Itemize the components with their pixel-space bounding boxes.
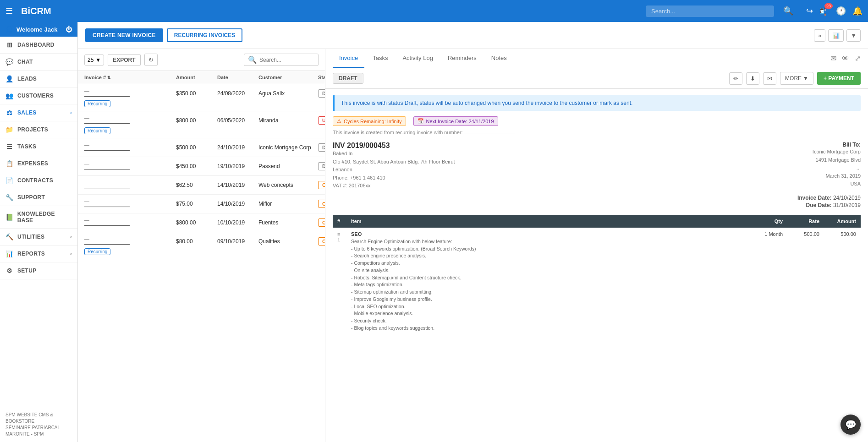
next-invoice-date-text: Next Invoice Date: 24/11/2019	[426, 119, 494, 124]
sidebar-item-sales[interactable]: ⚖ SALES ‹	[0, 104, 77, 121]
invoice-num-2: —	[84, 115, 176, 120]
count-select[interactable]: 25 ▼	[84, 55, 104, 65]
table-row[interactable]: — ————————— $350.00 24/08/2020 Agua Sali…	[78, 84, 325, 111]
invoice-list-panel: 25 ▼ EXPORT ↻ 🔍 Invoice # ⇅ Amount Date …	[78, 49, 325, 442]
col-status: Status	[318, 75, 325, 80]
expand-icon-btn[interactable]: »	[814, 29, 825, 42]
reports-arrow: ‹	[70, 251, 72, 256]
sidebar-item-label: CHAT	[17, 59, 33, 65]
chart-icon-btn[interactable]: 📊	[828, 29, 844, 42]
sidebar-item-knowledge-base[interactable]: 📗 KNOWLEDGE BASE	[0, 206, 77, 229]
sidebar-item-customers[interactable]: 👥 CUSTOMERS	[0, 87, 77, 104]
sidebar-footer: SPM WEBSITE CMS & BOOKSTORE SÉMINAIRE PA…	[0, 407, 77, 442]
chat-bubble[interactable]: 💬	[841, 415, 861, 435]
user-icon: 👤	[5, 26, 13, 33]
invoice-id-6: —————————	[84, 204, 176, 209]
more-button[interactable]: MORE ▼	[780, 72, 813, 85]
item-amount-1: 500.00	[824, 228, 861, 336]
sidebar-item-projects[interactable]: 📁 PROJECTS	[0, 121, 77, 138]
sidebar-item-label: CONTRACTS	[17, 177, 53, 184]
sidebar-item-utilities[interactable]: 🔨 UTILITIES ‹	[0, 229, 77, 246]
table-row[interactable]: — ————————— $75.00 14/10/2019 Miflor OVE…	[78, 195, 325, 213]
menu-icon[interactable]: ☰	[5, 6, 13, 16]
invoice-date-5: 14/10/2019	[217, 182, 258, 188]
sidebar-item-label: SALES	[17, 109, 37, 116]
tab-notes[interactable]: Notes	[485, 49, 513, 68]
recurring-invoices-button[interactable]: RECURRING INVOICES	[167, 28, 242, 42]
sidebar-item-dashboard[interactable]: ⊞ DASHBOARD	[0, 37, 77, 54]
table-row[interactable]: — ————————— $500.00 24/10/2019 Iconic Mo…	[78, 138, 325, 157]
tab-invoice[interactable]: Invoice	[333, 49, 364, 68]
refresh-button[interactable]: ↻	[144, 54, 158, 66]
download-icon-btn[interactable]: ⬇	[746, 72, 759, 85]
send-email-icon-btn[interactable]: ✉	[763, 72, 776, 85]
chat-icon: 💬	[5, 58, 14, 65]
search-icon[interactable]: 🔍	[783, 6, 793, 16]
col-date: Date	[217, 75, 258, 80]
expand-icon[interactable]: ⤢	[855, 54, 861, 63]
invoice-status-1: DRAFT	[318, 89, 325, 98]
from-company: Baked In	[333, 150, 455, 158]
cycles-remaining-text: Cycles Remaining: Infinity	[344, 119, 402, 124]
table-row[interactable]: — ————————— $62.50 14/10/2019 Web concep…	[78, 176, 325, 195]
global-search-input[interactable]	[646, 5, 774, 17]
tab-reminders[interactable]: Reminders	[441, 49, 483, 68]
to-line4: USA	[813, 180, 861, 188]
export-button[interactable]: EXPORT	[108, 54, 140, 66]
sidebar-item-label: TASKS	[17, 143, 36, 150]
user-name: Welcome Jack	[16, 26, 57, 33]
sidebar-item-setup[interactable]: ⚙ SETUP	[0, 262, 77, 279]
setup-icon: ⚙	[5, 267, 14, 274]
calendar-icon: 📅	[418, 118, 424, 124]
invoice-num-6: —	[84, 198, 176, 204]
table-row[interactable]: — ————————— $80.00 09/10/2019 Qualities …	[78, 232, 325, 259]
invoice-amount-7: $800.00	[176, 219, 217, 226]
table-row[interactable]: — ————————— $800.00 10/10/2019 Fuentes O…	[78, 213, 325, 232]
invoice-status-5: OVERDUE	[318, 181, 325, 189]
due-date-row: Due Date: 31/10/2019	[333, 202, 861, 208]
sidebar-item-reports[interactable]: 📊 REPORTS ‹	[0, 246, 77, 262]
table-row[interactable]: — ————————— $450.00 19/10/2019 Passend D…	[78, 157, 325, 176]
create-invoice-button[interactable]: CREATE NEW INVOICE	[85, 28, 163, 42]
eye-icon[interactable]: 👁	[842, 55, 849, 63]
invoice-customer-8: Qualities	[258, 238, 318, 245]
invoice-table: — ————————— $350.00 24/08/2020 Agua Sali…	[78, 84, 325, 442]
invoice-id-4: —————————	[84, 166, 176, 172]
filter-icon-btn[interactable]: ▼	[846, 29, 861, 42]
edit-icon-btn[interactable]: ✏	[729, 72, 742, 85]
app-brand: BiCRM	[21, 6, 641, 16]
invoice-customer-3: Iconic Mortgage Corp	[258, 144, 318, 151]
invoice-to-info: Iconic Mortgage Corp 1491 Mortgage Blvd …	[813, 148, 861, 188]
clock-icon[interactable]: 🕐	[836, 6, 846, 16]
sidebar-item-expenses[interactable]: 📋 EXPENSES	[0, 155, 77, 172]
invoice-id-1: —————————	[84, 93, 176, 99]
payment-button[interactable]: + PAYMENT	[817, 72, 861, 85]
sidebar-item-contracts[interactable]: 📄 CONTRACTS	[0, 172, 77, 189]
notifications-icon[interactable]: 📬 23	[819, 6, 830, 16]
to-address1: 1491 Mortgage Blvd	[813, 156, 861, 164]
power-icon[interactable]: ⏻	[66, 26, 72, 33]
sidebar-item-chat[interactable]: 💬 CHAT	[0, 54, 77, 71]
sidebar-item-support[interactable]: 🔧 SUPPORT	[0, 189, 77, 206]
sidebar-item-leads[interactable]: 👤 LEADS	[0, 71, 77, 87]
tab-activity-log[interactable]: Activity Log	[396, 49, 439, 68]
info-banner: This invoice is with status Draft, statu…	[333, 95, 861, 111]
cycle-warning-icon: ⚠	[337, 118, 341, 124]
list-search-input[interactable]	[259, 57, 314, 63]
sidebar-item-tasks[interactable]: ☰ TASKS	[0, 138, 77, 155]
invoice-id-8: —————————	[84, 241, 176, 247]
item-rate-1: 500.00	[787, 228, 824, 336]
email-icon[interactable]: ✉	[830, 54, 836, 63]
table-row[interactable]: — ————————— $800.00 06/05/2020 Miranda U…	[78, 111, 325, 138]
cycles-remaining-badge: ⚠ Cycles Remaining: Infinity	[333, 116, 406, 126]
invoice-from-info: Baked In Clo #10, Saydet St. Abou Antoun…	[333, 150, 455, 190]
share-icon[interactable]: ↪	[806, 6, 813, 16]
invoice-num-1: —	[84, 88, 176, 93]
invoice-detail-panel: Invoice Tasks Activity Log Reminders Not…	[325, 49, 868, 442]
bell-icon[interactable]: 🔔	[852, 6, 863, 16]
top-navbar: ☰ BiCRM 🔍 ↪ 📬 23 🕐 🔔	[0, 0, 868, 22]
tasks-icon: ☰	[5, 143, 14, 150]
tab-tasks[interactable]: Tasks	[366, 49, 394, 68]
detail-tabs: Invoice Tasks Activity Log Reminders Not…	[325, 49, 868, 68]
from-address1: Clo #10, Saydet St. Abou Antoun Bldg. 7t…	[333, 158, 455, 166]
